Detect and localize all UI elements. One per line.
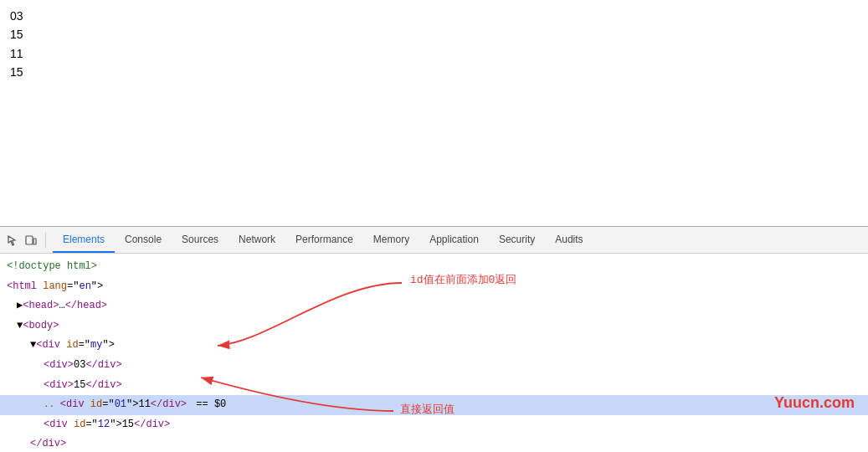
output-line-1: 03: [10, 7, 858, 25]
output-line-2: 15: [10, 25, 858, 44]
output-line-3: 11: [10, 44, 858, 63]
output-line-4: 15: [10, 63, 858, 81]
main-content: 03 15 11 15: [0, 0, 868, 226]
